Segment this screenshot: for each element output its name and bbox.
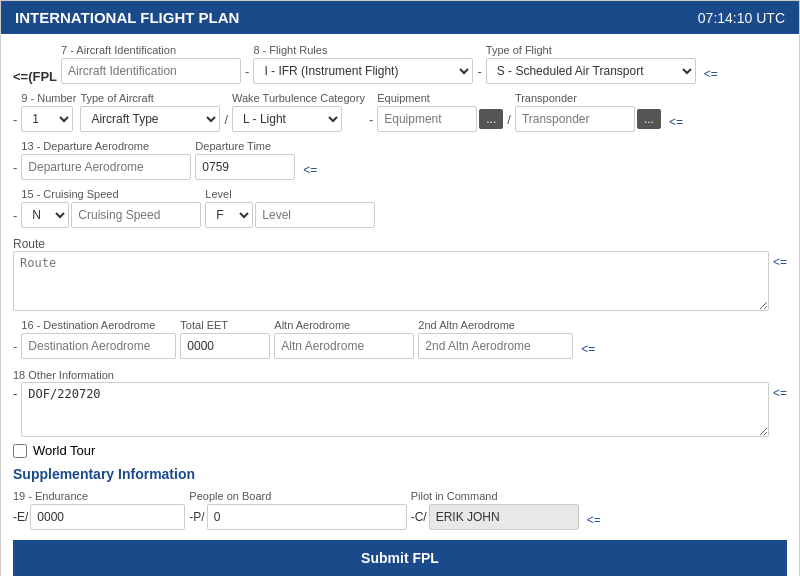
destination-group: 16 - Destination Aerodrome [21, 319, 176, 359]
level-type-select[interactable]: FAMS [205, 202, 253, 228]
aircraft-id-group: 7 - Aircraft Identification [61, 44, 241, 84]
aircraft-id-input[interactable] [61, 58, 241, 84]
other-info-arrow: <= [773, 382, 787, 400]
altn-group: Altn Aerodrome [274, 319, 414, 359]
row-other-info: 18 Other Information - <= [13, 367, 787, 437]
row-endurance: 19 - Endurance -E/ People on Board -P/ P… [13, 490, 787, 530]
number-select[interactable]: 12345 [21, 106, 73, 132]
departure-aerodrome-input[interactable] [21, 154, 191, 180]
pilot-prefix: -C/ [411, 510, 427, 524]
sep5: - [369, 112, 373, 132]
route-label: Route [13, 237, 45, 251]
sep2: - [477, 64, 481, 84]
endurance-prefix: -E/ [13, 510, 28, 524]
other-info-dash: - [13, 382, 17, 401]
cruising-speed-type-select[interactable]: NKM [21, 202, 69, 228]
supplementary-section: Supplementary Information [13, 466, 787, 482]
other-info-label: 18 Other Information [13, 369, 114, 381]
altn2-label: 2nd Altn Aerodrome [418, 319, 573, 331]
departure-time-input[interactable] [195, 154, 295, 180]
equipment-group: Equipment ... [377, 92, 503, 132]
altn-label: Altn Aerodrome [274, 319, 414, 331]
altn2-input[interactable] [418, 333, 573, 359]
pilot-label: Pilot in Command [411, 490, 579, 502]
sep3: - [13, 112, 17, 132]
type-of-flight-label: Type of Flight [486, 44, 696, 56]
endurance-group: 19 - Endurance -E/ [13, 490, 185, 530]
cruising-speed-group: 15 - Cruising Speed NKM [21, 188, 201, 228]
other-info-textarea[interactable] [21, 382, 769, 437]
row-aircraft-type: - 9 - Number 12345 Type of Aircraft Airc… [13, 92, 787, 132]
endurance-input[interactable] [30, 504, 185, 530]
app-container: INTERNATIONAL FLIGHT PLAN 07:14:10 UTC <… [0, 0, 800, 576]
pilot-input[interactable] [429, 504, 579, 530]
equipment-input[interactable] [377, 106, 477, 132]
type-of-flight-select[interactable]: S - Scheduled Air Transport N - Non-sche… [486, 58, 696, 84]
altn2-group: 2nd Altn Aerodrome [418, 319, 573, 359]
wake-select[interactable]: L - Light M - Medium H - Heavy J - Super [232, 106, 342, 132]
row3-arrow: <= [303, 163, 317, 180]
departure-time-label: Departure Time [195, 140, 295, 152]
level-input[interactable] [255, 202, 375, 228]
form-body: <=(FPL 7 - Aircraft Identification - 8 -… [1, 34, 799, 576]
people-group: People on Board -P/ [189, 490, 406, 530]
row1-arrow: <= [704, 67, 718, 84]
total-eet-input[interactable] [180, 333, 270, 359]
sep4: / [224, 112, 228, 132]
transponder-btn[interactable]: ... [637, 109, 661, 129]
wake-label: Wake Turbulence Category [232, 92, 365, 104]
route-textarea[interactable] [13, 251, 769, 311]
sep8: - [13, 208, 17, 228]
sep1: - [245, 64, 249, 84]
pilot-group: Pilot in Command -C/ [411, 490, 579, 530]
level-group: Level FAMS [205, 188, 375, 228]
people-input[interactable] [207, 504, 407, 530]
sep9: - [13, 339, 17, 359]
aircraft-type-select[interactable]: Aircraft Type [80, 106, 220, 132]
aircraft-type-group: Type of Aircraft Aircraft Type [80, 92, 220, 132]
number-label: 9 - Number [21, 92, 76, 104]
equipment-btn[interactable]: ... [479, 109, 503, 129]
people-prefix: -P/ [189, 510, 204, 524]
destination-input[interactable] [21, 333, 176, 359]
sep7: - [13, 160, 17, 180]
flight-rules-group: 8 - Flight Rules I - IFR (Instrument Fli… [253, 44, 473, 84]
fpl-prefix: <=(FPL [13, 69, 57, 84]
row2-arrow: <= [669, 115, 683, 132]
level-label: Level [205, 188, 375, 200]
equipment-label: Equipment [377, 92, 503, 104]
row-cruising: - 15 - Cruising Speed NKM Level FAMS [13, 188, 787, 228]
supplementary-title: Supplementary Information [13, 466, 195, 482]
world-tour-checkbox[interactable] [13, 444, 27, 458]
row-aircraft-id: <=(FPL 7 - Aircraft Identification - 8 -… [13, 44, 787, 84]
sep6: / [507, 112, 511, 132]
row7-arrow: <= [587, 513, 601, 530]
header: INTERNATIONAL FLIGHT PLAN 07:14:10 UTC [1, 1, 799, 34]
transponder-label: Transponder [515, 92, 661, 104]
aircraft-id-label: 7 - Aircraft Identification [61, 44, 241, 56]
flight-rules-label: 8 - Flight Rules [253, 44, 473, 56]
row-departure: - 13 - Departure Aerodrome Departure Tim… [13, 140, 787, 180]
utc-time: 07:14:10 UTC [698, 10, 785, 26]
world-tour-label: World Tour [33, 443, 95, 458]
total-eet-label: Total EET [180, 319, 270, 331]
flight-rules-select[interactable]: I - IFR (Instrument Flight) V - VFR (Vis… [253, 58, 473, 84]
route-arrow: <= [773, 251, 787, 269]
transponder-group: Transponder ... [515, 92, 661, 132]
submit-button[interactable]: Submit FPL [13, 540, 787, 576]
destination-label: 16 - Destination Aerodrome [21, 319, 176, 331]
number-group: 9 - Number 12345 [21, 92, 76, 132]
departure-time-group: Departure Time [195, 140, 295, 180]
departure-aerodrome-group: 13 - Departure Aerodrome [21, 140, 191, 180]
altn-input[interactable] [274, 333, 414, 359]
row5-arrow: <= [581, 342, 595, 359]
type-of-flight-group: Type of Flight S - Scheduled Air Transpo… [486, 44, 696, 84]
cruising-speed-input[interactable] [71, 202, 201, 228]
transponder-input[interactable] [515, 106, 635, 132]
endurance-label: 19 - Endurance [13, 490, 185, 502]
wake-group: Wake Turbulence Category L - Light M - M… [232, 92, 365, 132]
route-section: Route <= [13, 236, 787, 311]
world-tour-row: World Tour [13, 443, 787, 458]
cruising-speed-label: 15 - Cruising Speed [21, 188, 201, 200]
row-destination: - 16 - Destination Aerodrome Total EET A… [13, 319, 787, 359]
